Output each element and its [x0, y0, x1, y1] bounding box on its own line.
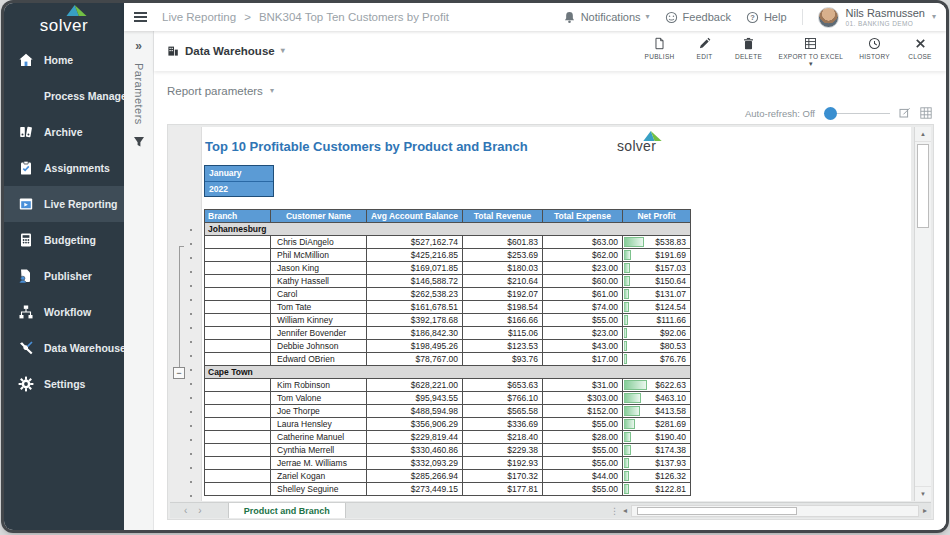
customer-name-cell: Jennifer Bovender: [271, 327, 367, 340]
table-body: JohannesburgChris DiAngelo$527,162.74$60…: [205, 223, 691, 496]
sidebar-item-settings[interactable]: Settings: [4, 366, 124, 402]
toolbar-button-close[interactable]: CLOSE: [906, 37, 934, 60]
topbar-actions: Notifications ▾ Feedback ? Help Nils Ras…: [563, 7, 936, 28]
horizontal-scroll-thumb[interactable]: [637, 507, 797, 515]
breadcrumb-section[interactable]: Live Reporting: [162, 11, 236, 23]
toolbar-button-export-to-excel[interactable]: EXPORT TO EXCEL▾: [779, 37, 844, 65]
scroll-right-icon[interactable]: ▸: [919, 504, 931, 518]
table-row: William Kinney$392,178.68$166.66$55.00$1…: [205, 314, 691, 327]
sheet-tab-product-and-branch[interactable]: Product and Branch: [228, 503, 346, 518]
revenue-cell: $166.66: [463, 314, 543, 327]
next-sheet-icon[interactable]: ›: [198, 505, 201, 517]
toolbar-button-edit[interactable]: EDIT: [691, 37, 719, 60]
filter-funnel-icon[interactable]: [133, 136, 145, 148]
svg-text:?: ?: [750, 13, 755, 22]
report-parameters-dropdown[interactable]: Report parameters ▾: [154, 78, 946, 104]
breadcrumb: Live Reporting > BNK304 Top Ten Customer…: [162, 11, 449, 23]
toolbar-button-label: EDIT: [697, 53, 713, 60]
workflow-icon: [17, 304, 35, 320]
home-icon: [17, 52, 35, 68]
sidebar-item-data-warehouse[interactable]: Data Warehouse: [4, 330, 124, 366]
report-title: Top 10 Profitable Customers by Product a…: [205, 139, 528, 154]
hamburger-menu-icon[interactable]: [134, 12, 147, 22]
branch-cell: [205, 379, 271, 392]
help-button[interactable]: ? Help: [746, 11, 787, 24]
expense-cell: $55.00: [543, 457, 623, 470]
net-profit-cell: $538.83: [623, 236, 691, 249]
branch-cell: [205, 340, 271, 353]
scroll-up-icon[interactable]: ▲: [915, 127, 931, 142]
revenue-cell: $253.69: [463, 249, 543, 262]
revenue-cell: $565.58: [463, 405, 543, 418]
grid-view-icon[interactable]: [920, 107, 932, 119]
toolbar-button-history[interactable]: HISTORY: [859, 37, 890, 60]
notifications-button[interactable]: Notifications ▾: [563, 11, 650, 24]
expense-cell: $55.00: [543, 483, 623, 496]
auto-refresh-slider[interactable]: [824, 107, 890, 120]
profit-data-bar: [624, 289, 629, 299]
sidebar-item-assignments[interactable]: Assignments: [4, 150, 124, 186]
annotate-icon[interactable]: [899, 107, 911, 119]
sidebar-item-process-manager[interactable]: Process Manager: [4, 78, 124, 114]
net-profit-cell: $131.07: [623, 288, 691, 301]
branch-cell: [205, 327, 271, 340]
revenue-cell: $192.93: [463, 457, 543, 470]
user-menu[interactable]: Nils Rasmussen 01. Banking Demo ▾: [818, 7, 936, 28]
revenue-cell: $93.76: [463, 353, 543, 366]
scroll-down-icon[interactable]: ▼: [915, 486, 931, 501]
slider-knob[interactable]: [824, 107, 837, 120]
topbar: Live Reporting > BNK304 Top Ten Customer…: [124, 3, 946, 31]
profit-value: $137.93: [655, 458, 686, 468]
net-profit-cell: $150.64: [623, 275, 691, 288]
profit-value: $281.69: [655, 419, 686, 429]
avg-balance-cell: $198,495.26: [367, 340, 463, 353]
budgeting-icon: [17, 232, 35, 248]
toolbar-button-publish[interactable]: PUBLISH: [645, 37, 675, 60]
revenue-cell: $229.38: [463, 444, 543, 457]
profit-value: $150.64: [655, 276, 686, 286]
sidebar-item-home[interactable]: Home: [4, 42, 124, 78]
chevron-down-icon: ▾: [270, 87, 274, 95]
vertical-scroll-thumb[interactable]: [917, 144, 929, 228]
customer-name-cell: Joe Thorpe: [271, 405, 367, 418]
toolbar-button-delete[interactable]: DELETE: [735, 37, 763, 60]
period-month: January: [205, 166, 273, 181]
profit-value: $190.40: [655, 432, 686, 442]
splitter-handle-icon[interactable]: ⋮: [610, 506, 619, 516]
prev-sheet-icon[interactable]: ‹: [184, 505, 187, 517]
horizontal-scrollbar[interactable]: [631, 505, 919, 517]
sidebar-item-budgeting[interactable]: Budgeting: [4, 222, 124, 258]
profit-value: $92.06: [660, 328, 686, 338]
sidebar-item-label: Archive: [44, 126, 83, 138]
feedback-button[interactable]: Feedback: [665, 11, 731, 24]
sidebar-item-workflow[interactable]: Workflow: [4, 294, 124, 330]
parameters-label[interactable]: Parameters: [133, 63, 145, 125]
table-row: Kathy Hassell$146,588.72$210.64$60.00$15…: [205, 275, 691, 288]
table-row: Carol$262,538.23$192.07$61.00$131.07: [205, 288, 691, 301]
customer-name-cell: Cynthia Merrell: [271, 444, 367, 457]
sidebar: solver HomeProcess ManagerArchiveAssignm…: [4, 3, 124, 530]
avg-balance-cell: $262,538.23: [367, 288, 463, 301]
net-profit-cell: $622.63: [623, 379, 691, 392]
expand-panel-icon[interactable]: »: [135, 40, 142, 52]
sidebar-item-publisher[interactable]: Publisher: [4, 258, 124, 294]
sidebar-item-label: Workflow: [44, 306, 91, 318]
customer-name-cell: Edward OBrien: [271, 353, 367, 366]
avg-balance-cell: $161,678.51: [367, 301, 463, 314]
settings-icon: [17, 376, 35, 392]
avg-balance-cell: $273,449.15: [367, 483, 463, 496]
sidebar-item-archive[interactable]: Archive: [4, 114, 124, 150]
sidebar-item-label: Live Reporting: [44, 198, 118, 210]
profit-value: $111.66: [657, 315, 686, 325]
scroll-left-icon[interactable]: ◂: [619, 504, 631, 518]
customer-name-cell: Phil McMillion: [271, 249, 367, 262]
table-row: Edward OBrien$78,767.00$93.76$17.00$76.7…: [205, 353, 691, 366]
data-source-dropdown[interactable]: Data Warehouse ▾: [167, 45, 285, 57]
history-icon: [868, 37, 881, 50]
report-table: BranchCustomer NameAvg Account BalanceTo…: [204, 209, 691, 496]
toolbar-button-label: CLOSE: [908, 53, 932, 60]
profit-value: $126.32: [655, 471, 686, 481]
collapse-group-button[interactable]: −: [173, 367, 185, 379]
sidebar-item-live-reporting[interactable]: Live Reporting: [4, 186, 124, 222]
vertical-scrollbar[interactable]: ▲ ▼: [914, 127, 931, 501]
